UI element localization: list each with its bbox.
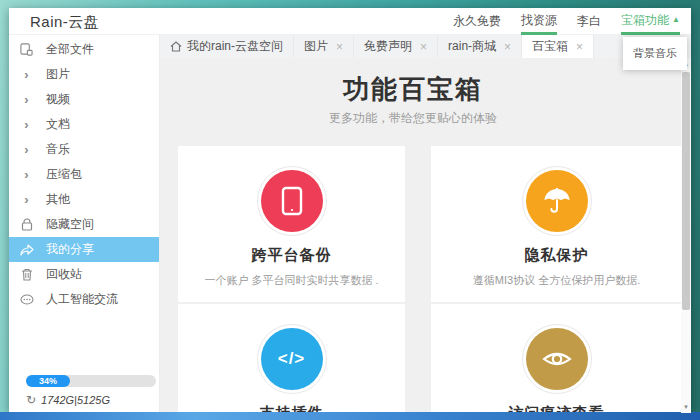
storage-progress: 34%	[26, 375, 156, 387]
code-icon: </>	[261, 328, 323, 390]
chevron-right-icon: ›	[19, 117, 34, 132]
storage-progress-fill: 34%	[26, 375, 70, 387]
sidebar-item-label: 其他	[46, 191, 70, 208]
tab-label: rain-商城	[448, 38, 496, 55]
sidebar-item-label: 全部文件	[46, 41, 94, 58]
share-icon	[19, 242, 34, 257]
lock-icon	[19, 217, 34, 232]
sidebar-item-label: 隐藏空间	[46, 216, 94, 233]
header: Rain-云盘 永久免费 找资源 李白 宝箱功能▲	[9, 8, 691, 35]
sidebar-item-videos[interactable]: › 视频	[9, 87, 159, 112]
sidebar-item-archives[interactable]: › 压缩包	[9, 162, 159, 187]
tab-my-cloud-space[interactable]: 我的rain-云盘空间	[160, 35, 294, 58]
sidebar-item-hidden-space[interactable]: 隐藏空间	[9, 212, 159, 237]
sidebar-item-music[interactable]: › 音乐	[9, 137, 159, 162]
chevron-right-icon: ›	[19, 192, 34, 207]
sidebar-item-label: 人工智能交流	[46, 291, 118, 308]
sync-icon[interactable]: ↻	[26, 393, 36, 407]
sidebar-item-label: 文档	[46, 116, 70, 133]
tab-rain-mall[interactable]: rain-商城 ×	[438, 35, 522, 58]
sidebar: 全部文件 › 图片 › 视频 › 文档 › 音乐 › 压缩包	[9, 35, 160, 413]
chevron-right-icon: ›	[19, 92, 34, 107]
sidebar-item-label: 压缩包	[46, 166, 82, 183]
trash-icon	[19, 267, 34, 282]
storage-usage-text: 1742G|5125G	[41, 394, 110, 406]
scrollbar-thumb[interactable]	[682, 72, 690, 310]
sidebar-item-label: 回收站	[46, 266, 82, 283]
tab-label: 我的rain-云盘空间	[187, 38, 283, 55]
files-icon	[19, 42, 34, 57]
tab-free-statement[interactable]: 免费声明 ×	[354, 35, 438, 58]
card-title: 隐私保护	[431, 246, 682, 265]
card-icon-ring: </>	[257, 324, 327, 394]
header-link-username[interactable]: 李白	[577, 8, 601, 35]
sidebar-item-label: 视频	[46, 91, 70, 108]
eye-icon	[526, 328, 588, 390]
card-icon-ring	[522, 166, 592, 236]
sidebar-item-label: 图片	[46, 66, 70, 83]
scrollbar[interactable]: ▲ ▼	[681, 58, 691, 413]
umbrella-icon	[526, 170, 588, 232]
header-link-free-forever[interactable]: 永久免费	[453, 8, 501, 35]
header-link-find-resources[interactable]: 找资源	[521, 8, 557, 35]
chevron-right-icon: ›	[19, 167, 34, 182]
close-icon[interactable]: ×	[576, 40, 583, 54]
sidebar-item-label: 音乐	[46, 141, 70, 158]
dropdown-menu: 背景音乐	[623, 37, 687, 70]
sidebar-item-ai-chat[interactable]: 人工智能交流	[9, 287, 159, 312]
phone-icon	[261, 170, 323, 232]
close-icon[interactable]: ×	[336, 40, 343, 54]
page-subtitle: 更多功能，带给您更贴心的体验	[160, 110, 666, 127]
sidebar-item-other[interactable]: › 其他	[9, 187, 159, 212]
treasure-menu-label: 宝箱功能	[621, 13, 669, 27]
feature-cards: 跨平台备份 一个账户 多平台同时实时共享数据 . 隐私保护 遵循MI3协议 全方…	[178, 146, 682, 413]
code-glyph: </>	[278, 349, 306, 369]
tab-treasure-box[interactable]: 百宝箱 ×	[522, 35, 594, 58]
app-title: Rain-云盘	[30, 8, 99, 34]
tab-bar: 我的rain-云盘空间 图片 × 免费声明 × rain-商城 × 百宝箱 ×	[160, 35, 691, 58]
tab-label: 图片	[304, 38, 328, 55]
tab-label: 百宝箱	[532, 38, 568, 55]
chevron-right-icon: ›	[19, 142, 34, 157]
close-icon[interactable]: ×	[420, 40, 427, 54]
close-icon[interactable]: ×	[504, 40, 511, 54]
chat-icon	[19, 292, 34, 307]
header-links: 永久免费 找资源 李白 宝箱功能▲	[453, 8, 691, 34]
storage-section: 34% ↻ 1742G|5125G	[9, 375, 160, 407]
main-content: 功能百宝箱 更多功能，带给您更贴心的体验 跨平台备份 一个账户 多平台同时实时共…	[160, 58, 691, 413]
card-title: 跨平台备份	[178, 246, 405, 265]
card-description: 遵循MI3协议 全方位保护用户数据.	[431, 273, 682, 288]
card-icon-ring	[522, 324, 592, 394]
desktop-bottom-edge	[0, 412, 700, 420]
treasure-menu-button[interactable]: 宝箱功能▲	[621, 8, 680, 35]
card-plugin-support[interactable]: </> 支持插件	[178, 304, 405, 413]
card-icon-ring	[257, 166, 327, 236]
card-description: 一个账户 多平台同时实时共享数据 .	[178, 273, 405, 288]
chevron-up-icon: ▲	[672, 15, 680, 24]
tab-label: 免费声明	[364, 38, 412, 55]
app-window: Rain-云盘 永久免费 找资源 李白 宝箱功能▲ 背景音乐 全部文件 › 图片	[9, 8, 691, 413]
home-icon	[170, 41, 182, 52]
page-title: 功能百宝箱	[160, 72, 666, 107]
sidebar-item-images[interactable]: › 图片	[9, 62, 159, 87]
card-privacy-protection[interactable]: 隐私保护 遵循MI3协议 全方位保护用户数据.	[431, 146, 682, 302]
scroll-down-icon[interactable]: ▼	[683, 401, 689, 413]
sidebar-item-my-shares[interactable]: 我的分享	[9, 237, 159, 262]
card-access-trace-view[interactable]: 访问痕迹查看	[431, 304, 682, 413]
sidebar-item-label: 我的分享	[46, 241, 94, 258]
tab-images[interactable]: 图片 ×	[294, 35, 354, 58]
sidebar-item-documents[interactable]: › 文档	[9, 112, 159, 137]
sidebar-item-recycle-bin[interactable]: 回收站	[9, 262, 159, 287]
sidebar-item-all-files[interactable]: 全部文件	[9, 37, 159, 62]
chevron-right-icon: ›	[19, 67, 34, 82]
card-cross-platform-backup[interactable]: 跨平台备份 一个账户 多平台同时实时共享数据 .	[178, 146, 405, 302]
dropdown-item-background-music[interactable]: 背景音乐	[623, 37, 687, 70]
